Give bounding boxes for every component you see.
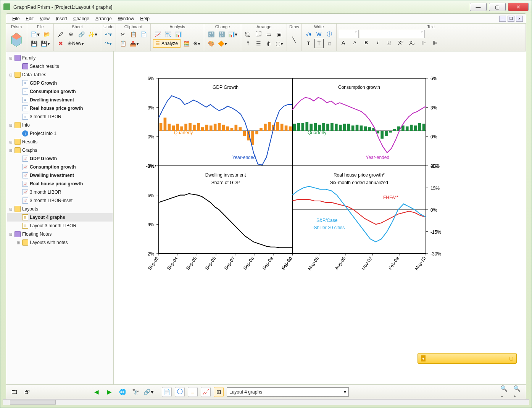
clipboard-icon[interactable]: 📋	[118, 39, 127, 48]
nav-item[interactable]: ⊞Layouts with notes	[7, 238, 113, 247]
nav-item[interactable]: Real house price growth	[7, 180, 113, 188]
copy-icon[interactable]: 📋	[129, 30, 138, 39]
ungroup-icon[interactable]: ⿺	[254, 30, 263, 39]
nav-item[interactable]: Dwelling investment	[7, 171, 113, 180]
fit-icon[interactable]: 📈	[153, 30, 162, 39]
nav-item[interactable]: ⊞Family	[7, 54, 113, 62]
superscript-icon[interactable]: X²	[396, 38, 405, 47]
menu-insert[interactable]: Insert	[53, 15, 70, 22]
analysis-opt1-icon[interactable]: 🧮	[182, 39, 191, 48]
tree-expander-icon[interactable]: ⊟	[8, 148, 13, 153]
tree-expander-icon[interactable]: ⊞	[8, 140, 13, 144]
help-close-icon[interactable]: ▢	[509, 356, 513, 361]
nav-item[interactable]: Search results	[7, 62, 113, 71]
highlight-icon[interactable]: 🖍	[56, 30, 65, 39]
bold-icon[interactable]: B	[362, 38, 371, 47]
project-view-icon[interactable]: 🗔	[9, 387, 19, 397]
tree-expander-icon[interactable]: ⊟	[8, 123, 13, 127]
doc-minimize-button[interactable]: –	[499, 16, 506, 22]
results-tab-icon[interactable]: ≡	[188, 387, 198, 397]
ruler2-icon[interactable]: ⊫	[430, 38, 440, 47]
layout-tab-icon[interactable]: ⊞	[214, 387, 224, 397]
help-bar[interactable]: ▾ ▢	[418, 353, 517, 364]
align-icon[interactable]: ▭	[264, 30, 273, 39]
distribute-icon[interactable]: ⫛	[264, 39, 273, 48]
open-file-icon[interactable]: 📂	[42, 30, 51, 39]
change-format-icon[interactable]: 📊▾	[227, 30, 239, 39]
analysis-opt2-icon[interactable]: ✳▾	[192, 39, 202, 48]
font-shrink-icon[interactable]: A	[350, 38, 360, 47]
prev-sheet-button[interactable]: ◀	[92, 387, 102, 397]
navigator-tree[interactable]: ⊞FamilySearch results⊟Data TablesGDP Gro…	[6, 51, 114, 384]
tree-expander-icon[interactable]: ⊟	[8, 73, 13, 77]
italic-icon[interactable]: I	[373, 38, 382, 47]
nav-item[interactable]: 3 month LIBOR	[7, 112, 113, 121]
export-icon[interactable]: 📤▾	[129, 39, 140, 48]
tree-expander-icon[interactable]: ⊟	[8, 207, 13, 211]
gallery-view-icon[interactable]: 🗗	[22, 387, 32, 397]
binoculars-icon[interactable]: 🔭	[131, 387, 140, 397]
tree-expander-icon[interactable]: ⊞	[16, 241, 21, 245]
align-left-icon[interactable]: ⤒	[243, 39, 253, 48]
ruler1-icon[interactable]: ⊪	[419, 38, 428, 47]
doc-close-button[interactable]: x	[516, 16, 523, 22]
underline-icon[interactable]: U	[385, 38, 394, 47]
window-minimize-button[interactable]: —	[470, 3, 487, 11]
find-linked-icon[interactable]: 🌐	[118, 387, 127, 397]
change-axis-icon[interactable]: 🔢	[217, 30, 226, 39]
graph-tab-icon[interactable]: 📈	[201, 387, 211, 397]
front-icon[interactable]: ▣	[274, 30, 284, 39]
new-file-icon[interactable]: 📄▾	[29, 30, 41, 39]
next-sheet-button[interactable]: ▶	[105, 387, 114, 397]
nav-item[interactable]: ⊟Info	[7, 121, 113, 129]
menu-change[interactable]: Change	[70, 15, 92, 22]
undo-icon[interactable]: ↶▾	[103, 30, 113, 39]
rect-border-icon[interactable]: ▢▾	[274, 39, 284, 48]
tree-expander-icon[interactable]: ⊟	[8, 232, 13, 236]
nav-item[interactable]: Consumption growth	[7, 87, 113, 96]
link-status-icon[interactable]: 🔗▾	[143, 387, 153, 397]
window-maximize-button[interactable]: ▢	[489, 3, 506, 11]
help-write-icon[interactable]: ⓘ	[325, 30, 334, 39]
redo-icon[interactable]: ↷▾	[103, 39, 113, 48]
font-family-select[interactable]: ˅	[360, 30, 425, 38]
menu-arrange[interactable]: Arrange	[92, 15, 115, 22]
save-as-icon[interactable]: 💾▾	[40, 39, 51, 48]
doc-restore-button[interactable]: ❐	[508, 16, 514, 22]
nav-item[interactable]: ⊟Graphs	[7, 146, 113, 154]
paste-icon[interactable]: 📄	[139, 30, 148, 39]
cut-icon[interactable]: ✂	[118, 30, 127, 39]
tree-expander-icon[interactable]: ⊞	[8, 56, 13, 60]
menu-view[interactable]: View	[37, 15, 53, 22]
nav-item[interactable]: 3 month LIBOR-inset	[7, 196, 113, 205]
analyze-button[interactable]: ☰Analyze	[153, 39, 181, 48]
save-icon[interactable]: 💾	[29, 39, 39, 48]
change-symbol-icon[interactable]: 🔶▾	[217, 39, 228, 48]
nav-item[interactable]: GDP Growth	[7, 154, 113, 163]
font-size-select[interactable]: ˅	[339, 30, 359, 38]
nav-item[interactable]: 3 month LIBOR	[7, 188, 113, 196]
window-close-button[interactable]: ✕	[508, 3, 529, 11]
wand-icon[interactable]: ✨▾	[87, 30, 98, 39]
delete-sheet-icon[interactable]: ✖	[56, 39, 65, 48]
stats-icon[interactable]: 📉	[163, 30, 172, 39]
nav-item[interactable]: ⊞Results	[7, 138, 113, 146]
nav-item[interactable]: ⊟Floating Notes	[7, 230, 113, 238]
nav-item[interactable]: Layout 4 graphs	[7, 213, 113, 222]
layout-canvas[interactable]: 6%3%0%-3%GDP GrowthQuarterlyYear-ended6%…	[114, 51, 526, 384]
change-color-icon[interactable]: 🎨	[206, 39, 216, 48]
group-icon[interactable]: ⿻	[243, 30, 253, 39]
nav-item[interactable]: iProject info 1	[7, 129, 113, 138]
link-icon[interactable]: 🔗	[77, 30, 86, 39]
greek-icon[interactable]: α	[325, 39, 334, 48]
nav-item[interactable]: Layout 3 month LIBOR	[7, 222, 113, 230]
menu-window[interactable]: Window	[115, 15, 137, 22]
prism-icon[interactable]	[8, 30, 24, 50]
sheet-selector[interactable]: Layout 4 graphs▾	[227, 387, 349, 397]
nav-item[interactable]: ⊟Layouts	[7, 205, 113, 213]
word-icon[interactable]: W	[314, 30, 324, 39]
subscript-icon[interactable]: X₂	[408, 38, 417, 47]
text-tool-icon[interactable]: T	[304, 39, 313, 48]
info-tab-icon[interactable]: ⓘ	[175, 387, 185, 397]
compare-icon[interactable]: 📊	[174, 30, 183, 39]
